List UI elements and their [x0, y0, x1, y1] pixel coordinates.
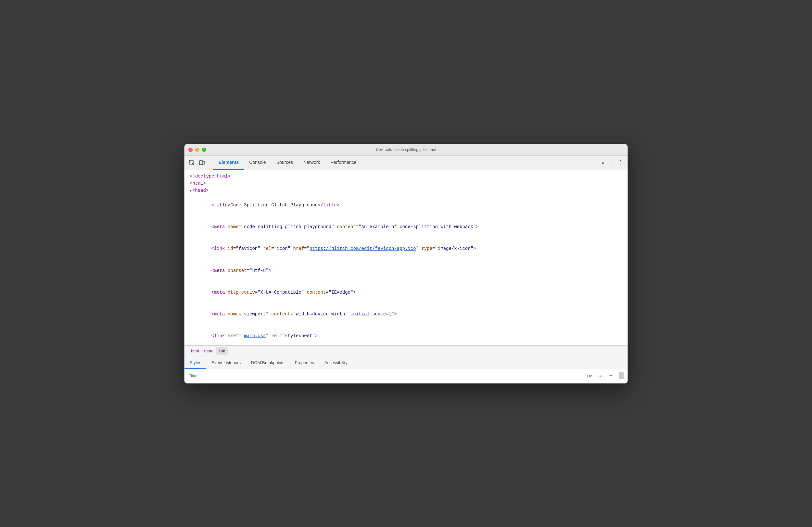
devtools-window: DevTools - code-splitting.glitch.me/ Ele… [184, 144, 628, 383]
title-tag-line: <title>Code Splitting Glitch Playground<… [185, 194, 627, 216]
tab-accessibility[interactable]: Accessibility [319, 357, 353, 368]
tab-sources[interactable]: Sources [271, 156, 298, 170]
maximize-button[interactable] [202, 148, 206, 152]
device-icon[interactable] [198, 158, 206, 167]
filter-buttons: :hov .cls + [582, 372, 624, 379]
svg-line-1 [192, 163, 194, 165]
tab-bar: Elements Console Sources Network Perform… [185, 156, 627, 170]
breadcrumb-head[interactable]: head [202, 347, 216, 355]
svg-rect-2 [200, 161, 203, 165]
devtools-icons [187, 156, 212, 170]
main-css-link[interactable]: main.css [244, 333, 266, 338]
close-button[interactable] [188, 148, 193, 152]
breadcrumb-link[interactable]: link [216, 347, 228, 355]
meta1-line: <meta name="code splitting glitch playgr… [185, 216, 627, 238]
breadcrumb-html[interactable]: html [188, 347, 202, 355]
tab-network[interactable]: Network [298, 156, 325, 170]
minimize-button[interactable] [195, 148, 200, 152]
triangle-icon: ▼ [190, 189, 192, 194]
scrollbar-thumb [619, 372, 624, 379]
window-title: DevTools - code-splitting.glitch.me/ [376, 147, 436, 152]
elements-panel: <!doctype html> <html> ▼<head> <title>Co… [185, 170, 627, 345]
breadcrumb-bar: html head link [185, 345, 627, 357]
more-tabs-button[interactable]: » [599, 158, 608, 167]
styles-panel: Styles Event Listeners DOM Breakpoints P… [185, 357, 627, 383]
meta-charset-line: <meta charset="utf-8"> [185, 260, 627, 281]
add-style-button[interactable]: + [607, 372, 614, 379]
meta-viewport-line: <meta name="viewport" content="width=dev… [185, 303, 627, 325]
doctype-line: <!doctype html> [185, 172, 627, 180]
tab-more: » ⋮ [599, 156, 625, 170]
head-tag-line: ▼<head> [185, 187, 627, 194]
svg-rect-3 [203, 162, 205, 164]
traffic-lights [188, 148, 206, 152]
tab-performance[interactable]: Performance [325, 156, 362, 170]
tab-properties[interactable]: Properties [290, 357, 319, 368]
filter-bar: :hov .cls + [185, 369, 627, 383]
hov-button[interactable]: :hov [582, 373, 594, 379]
link-favicon-line: <link id="favicon" rel="icon" href="http… [185, 238, 627, 260]
styles-tabs: Styles Event Listeners DOM Breakpoints P… [185, 357, 627, 369]
tab-styles[interactable]: Styles [185, 357, 206, 368]
meta-compat-line: <meta http-equiv="X-UA-Compatible" conte… [185, 281, 627, 303]
cls-button[interactable]: .cls [596, 373, 606, 379]
tab-elements[interactable]: Elements [213, 156, 244, 170]
tab-console[interactable]: Console [244, 156, 271, 170]
inspect-icon[interactable] [187, 158, 196, 167]
filter-input[interactable] [188, 374, 582, 378]
tab-event-listeners[interactable]: Event Listeners [206, 357, 246, 368]
devtools-menu-button[interactable]: ⋮ [616, 158, 625, 167]
divider [612, 159, 612, 166]
tab-dom-breakpoints[interactable]: DOM Breakpoints [246, 357, 290, 368]
html-tag-line: <html> [185, 180, 627, 187]
title-bar: DevTools - code-splitting.glitch.me/ [185, 144, 627, 156]
favicon-link[interactable]: https://glitch.com/edit/favicon-app.ico [309, 246, 416, 251]
link-css-line: <link href="main.css" rel="stylesheet"> [185, 325, 627, 345]
